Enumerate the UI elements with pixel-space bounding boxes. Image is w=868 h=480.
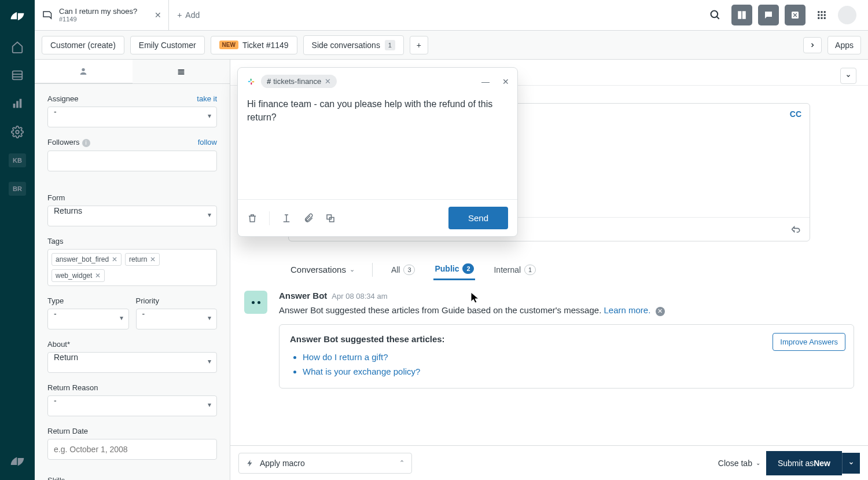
kb-shortcut[interactable]: KB — [9, 153, 26, 167]
side-conversations-tab[interactable]: Side conversations 1 — [303, 35, 404, 55]
dismiss-icon[interactable]: ✕ — [656, 307, 665, 316]
close-popup-icon[interactable]: ✕ — [502, 77, 509, 86]
br-shortcut[interactable]: BR — [9, 182, 26, 196]
return-reason-label: Return Reason — [47, 383, 98, 392]
views-icon[interactable] — [10, 68, 24, 82]
top-header: Can I return my shoes? #1149 ✕ +Add — [35, 0, 868, 31]
filter-all[interactable]: All3 — [390, 260, 417, 280]
add-side-conv-button[interactable]: + — [410, 36, 428, 54]
admin-gear-icon[interactable] — [10, 125, 24, 139]
svg-point-7 — [711, 11, 718, 18]
tag-chip[interactable]: answer_bot_fired✕ — [52, 253, 122, 266]
assignee-select[interactable]: - — [47, 107, 217, 127]
take-it-link[interactable]: take it — [197, 94, 217, 103]
zendesk-bottom-icon[interactable] — [10, 455, 24, 468]
user-context-tab[interactable] — [35, 60, 133, 83]
avatar[interactable] — [838, 6, 856, 24]
tag-chip[interactable]: return✕ — [125, 253, 160, 266]
attach-popup-icon[interactable] — [303, 213, 314, 223]
link-popup-icon[interactable] — [325, 213, 336, 223]
side-conv-label: Side conversations — [312, 41, 380, 50]
about-select[interactable]: Return — [47, 352, 217, 373]
svg-rect-5 — [20, 99, 22, 108]
close-tab-label: Close tab — [718, 459, 752, 468]
svg-rect-24 — [178, 69, 184, 71]
home-icon[interactable] — [10, 40, 24, 54]
filter-public[interactable]: Public2 — [433, 259, 475, 280]
customer-tab[interactable]: Customer (create) — [42, 36, 124, 54]
popup-textarea[interactable]: Hi finance team - can you please help wi… — [238, 95, 517, 199]
apps-button[interactable]: Apps — [827, 36, 861, 54]
close-tab-button[interactable]: Close tab⌄ — [712, 453, 766, 473]
channel-chip[interactable]: # tickets-finance ✕ — [261, 75, 337, 88]
tags-input[interactable]: answer_bot_fired✕return✕web_widget✕ — [47, 249, 217, 286]
remove-channel-icon[interactable]: ✕ — [325, 77, 331, 86]
search-icon[interactable] — [705, 5, 726, 25]
zendesk-logo[interactable] — [8, 7, 27, 25]
expand-button[interactable] — [840, 68, 856, 84]
send-button[interactable]: Send — [448, 207, 508, 229]
filter-internal[interactable]: Internal1 — [492, 260, 537, 280]
svg-rect-3 — [13, 104, 16, 108]
svg-rect-19 — [824, 14, 826, 16]
reports-icon[interactable] — [10, 97, 24, 111]
ticket-props-tab[interactable] — [133, 60, 230, 83]
submit-button[interactable]: Submit as New — [766, 451, 842, 475]
ticket-icon — [42, 10, 53, 20]
expand-right-icon[interactable] — [803, 37, 822, 53]
svg-rect-35 — [251, 82, 252, 85]
follow-link[interactable]: follow — [198, 138, 217, 146]
return-reason-select[interactable]: - — [47, 395, 217, 416]
apply-macro-select[interactable]: Apply macro ⌃ — [238, 453, 412, 474]
chat-icon[interactable] — [758, 5, 779, 25]
followers-input[interactable] — [47, 151, 217, 171]
assignee-label: Assignee — [47, 94, 78, 103]
return-date-input[interactable] — [47, 439, 217, 460]
svg-rect-10 — [742, 11, 746, 19]
apps-grid-icon[interactable] — [811, 5, 832, 25]
submit-dropdown[interactable] — [842, 453, 860, 474]
submit-label: Submit as — [778, 459, 814, 468]
form-select[interactable]: Returns — [47, 206, 217, 226]
comment-time: Apr 08 08:34 am — [332, 292, 387, 301]
svg-rect-32 — [248, 80, 251, 82]
text-format-popup-icon[interactable] — [281, 213, 292, 223]
filter-all-label: All — [391, 265, 400, 274]
add-tab-label: Add — [185, 10, 200, 20]
tag-chip[interactable]: web_widget✕ — [52, 269, 105, 282]
remove-tag-icon[interactable]: ✕ — [150, 255, 156, 263]
delete-icon[interactable] — [247, 213, 258, 223]
ticket-tab[interactable]: Can I return my shoes? #1149 ✕ — [35, 0, 169, 30]
remove-tag-icon[interactable]: ✕ — [95, 272, 101, 280]
conversations-dropdown[interactable]: Conversations⌄ — [290, 265, 355, 274]
ticket-tab-pill[interactable]: NEW Ticket #1149 — [211, 36, 297, 54]
suggestion-link[interactable]: How do I return a gift? — [303, 350, 843, 364]
svg-rect-22 — [824, 17, 826, 19]
add-tab-button[interactable]: +Add — [169, 0, 208, 30]
svg-rect-34 — [251, 78, 252, 80]
suggestion-link[interactable]: What is your exchange policy? — [303, 364, 843, 379]
conversation-item: Answer Bot Apr 08 08:34 am Answer Bot su… — [230, 280, 868, 389]
new-badge: NEW — [219, 41, 238, 49]
remove-tag-icon[interactable]: ✕ — [112, 255, 117, 263]
conversation-filters: Conversations⌄ All3 Public2 Internal1 — [230, 253, 868, 280]
type-select[interactable]: - — [47, 309, 129, 329]
minimize-icon[interactable]: — — [481, 77, 490, 86]
priority-select[interactable]: - — [136, 309, 218, 329]
close-icon[interactable]: ✕ — [155, 10, 161, 20]
improve-answers-button[interactable]: Improve Answers — [773, 333, 845, 351]
svg-rect-18 — [821, 14, 823, 16]
hash-icon: # — [267, 77, 271, 86]
comment-text: Answer Bot suggested these articles from… — [279, 305, 601, 315]
knowledge-capture-icon[interactable] — [790, 223, 801, 235]
svg-point-23 — [82, 68, 85, 71]
learn-more-link[interactable]: Learn more. — [604, 305, 651, 315]
divider — [372, 263, 373, 277]
user-tab[interactable]: Emily Customer — [130, 36, 205, 54]
about-label: About* — [47, 340, 70, 349]
svg-rect-21 — [821, 17, 823, 19]
talk-icon[interactable] — [785, 5, 806, 25]
panel-icon[interactable] — [731, 5, 752, 25]
cc-link[interactable]: CC — [790, 109, 801, 119]
return-date-label: Return Date — [47, 427, 88, 435]
